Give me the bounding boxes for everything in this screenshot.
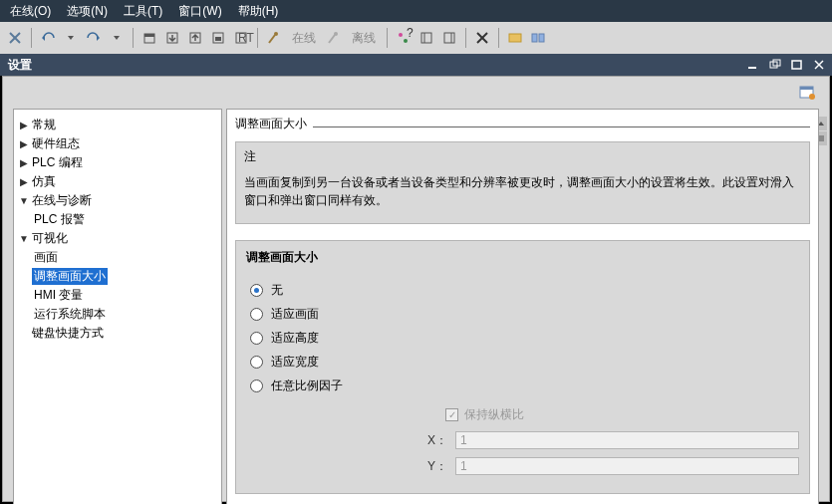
toolbar-offline-label[interactable]: 离线 <box>346 30 382 47</box>
y-field-row: Y： <box>246 455 799 477</box>
probe-icon[interactable] <box>263 27 285 49</box>
tree-sim[interactable]: ▶仿真 <box>18 172 217 191</box>
tool-icon-5[interactable]: RT <box>230 27 252 49</box>
tree-panel: ▶常规 ▶硬件组态 ▶PLC 编程 ▶仿真 ▼在线与诊断 PLC 报警 ▼可视化… <box>13 109 222 504</box>
tree-resize[interactable]: 调整画面大小 <box>18 267 217 286</box>
section-header: 调整画面大小 <box>227 110 818 137</box>
tree-general[interactable]: ▶常规 <box>18 116 217 134</box>
radio-icon <box>250 308 263 321</box>
chevron-down-icon: ▼ <box>18 195 30 206</box>
radio-icon <box>250 379 263 392</box>
svg-rect-15 <box>421 33 431 43</box>
main-panel: ▶常规 ▶硬件组态 ▶PLC 编程 ▶仿真 ▼在线与诊断 PLC 报警 ▼可视化… <box>2 76 830 502</box>
chevron-right-icon: ▶ <box>18 138 30 149</box>
tool-icon-8[interactable] <box>438 27 460 49</box>
separator <box>31 28 32 48</box>
probe-off-icon[interactable] <box>323 27 345 49</box>
radio-icon <box>250 284 263 297</box>
help-icon[interactable]: ? <box>393 27 415 49</box>
radio-none[interactable]: 无 <box>250 278 799 302</box>
menu-online[interactable]: 在线(O) <box>2 1 59 22</box>
checkbox-icon: ✓ <box>445 408 458 421</box>
delete-icon[interactable] <box>471 27 493 49</box>
divider <box>313 126 810 127</box>
redo-icon[interactable] <box>83 27 105 49</box>
y-input <box>455 457 799 475</box>
note-body: 当画面复制到另一台设备或者当设备类型和分辨率被更改时，调整画面大小的设置将生效。… <box>244 173 801 209</box>
chevron-right-icon: ▶ <box>18 157 30 168</box>
tree-screen[interactable]: 画面 <box>18 248 217 267</box>
svg-rect-17 <box>444 33 454 43</box>
menu-tools[interactable]: 工具(T) <box>116 1 170 22</box>
close-icon[interactable] <box>4 27 26 49</box>
toolbar-online-label[interactable]: 在线 <box>286 30 322 47</box>
svg-text:RT: RT <box>238 31 254 45</box>
tool-icon-7[interactable] <box>416 27 437 49</box>
tree-vis[interactable]: ▼可视化 <box>18 229 217 248</box>
svg-point-12 <box>399 33 403 37</box>
form-box: 调整画面大小 无 适应画面 适应高度 适应宽度 任意比例因子 ✓保持纵横比 X：… <box>235 240 810 494</box>
tree-hmi-var[interactable]: HMI 变量 <box>18 286 217 305</box>
svg-rect-22 <box>532 34 537 42</box>
minimize-icon[interactable] <box>742 56 764 74</box>
form-title: 调整画面大小 <box>246 249 799 266</box>
radio-fit-width[interactable]: 适应宽度 <box>250 350 799 374</box>
svg-rect-3 <box>144 34 154 37</box>
close-window-icon[interactable] <box>808 56 830 74</box>
svg-rect-7 <box>215 37 221 41</box>
redo-dropdown-icon[interactable] <box>106 27 128 49</box>
svg-text:?: ? <box>407 26 414 40</box>
y-label: Y： <box>246 458 455 475</box>
separator <box>133 28 134 48</box>
radio-fit-screen[interactable]: 适应画面 <box>250 302 799 326</box>
toolbar: RT 在线 离线 ? <box>0 22 832 54</box>
maximize-icon[interactable] <box>786 56 808 74</box>
upload-icon[interactable] <box>184 27 206 49</box>
section-title: 调整画面大小 <box>235 116 307 132</box>
svg-point-11 <box>334 32 338 36</box>
titlebar: 设置 <box>0 54 832 76</box>
tree-script[interactable]: 运行系统脚本 <box>18 305 217 324</box>
tool-icon-4[interactable] <box>207 27 229 49</box>
content-panel: 调整画面大小 注 当画面复制到另一台设备或者当设备类型和分辨率被更改时，调整画面… <box>226 109 819 504</box>
separator <box>387 28 388 48</box>
undo-icon[interactable] <box>37 27 59 49</box>
tree-hardware[interactable]: ▶硬件组态 <box>18 134 217 153</box>
menu-options[interactable]: 选项(N) <box>59 1 116 22</box>
separator <box>498 28 499 48</box>
svg-rect-27 <box>792 61 801 69</box>
separator <box>465 28 466 48</box>
download-icon[interactable] <box>161 27 183 49</box>
svg-rect-23 <box>539 34 544 42</box>
note-title: 注 <box>244 148 801 165</box>
x-label: X： <box>246 432 455 449</box>
radio-icon <box>250 332 263 345</box>
tree-plc[interactable]: ▶PLC 编程 <box>18 153 217 172</box>
window-title: 设置 <box>8 57 32 74</box>
svg-rect-21 <box>509 34 521 42</box>
chevron-right-icon: ▶ <box>18 120 30 130</box>
separator <box>257 28 258 48</box>
radio-fit-height[interactable]: 适应高度 <box>250 326 799 350</box>
svg-point-10 <box>274 32 278 36</box>
menu-window[interactable]: 窗口(W) <box>170 1 229 22</box>
tool-icon-1[interactable] <box>139 27 160 49</box>
svg-rect-24 <box>748 67 756 69</box>
menubar: 在线(O) 选项(N) 工具(T) 窗口(W) 帮助(H) <box>0 0 832 22</box>
radio-icon <box>250 356 263 369</box>
undo-dropdown-icon[interactable] <box>60 27 82 49</box>
tree-diag[interactable]: ▼在线与诊断 <box>18 191 217 210</box>
tree-plc-alarm[interactable]: PLC 报警 <box>18 210 217 229</box>
note-box: 注 当画面复制到另一台设备或者当设备类型和分辨率被更改时，调整画面大小的设置将生… <box>235 141 810 224</box>
restore-icon[interactable] <box>764 56 786 74</box>
tree-keyboard[interactable]: 键盘快捷方式 <box>18 324 217 343</box>
keep-ratio-checkbox: ✓保持纵横比 <box>445 403 799 425</box>
x-field-row: X： <box>246 429 799 451</box>
layout-icon-1[interactable] <box>504 27 526 49</box>
layout-icon-2[interactable] <box>527 27 549 49</box>
chevron-down-icon: ▼ <box>18 233 30 244</box>
x-input <box>455 431 799 449</box>
menu-help[interactable]: 帮助(H) <box>230 1 287 22</box>
chevron-right-icon: ▶ <box>18 176 30 187</box>
radio-custom-factor[interactable]: 任意比例因子 <box>250 374 799 397</box>
